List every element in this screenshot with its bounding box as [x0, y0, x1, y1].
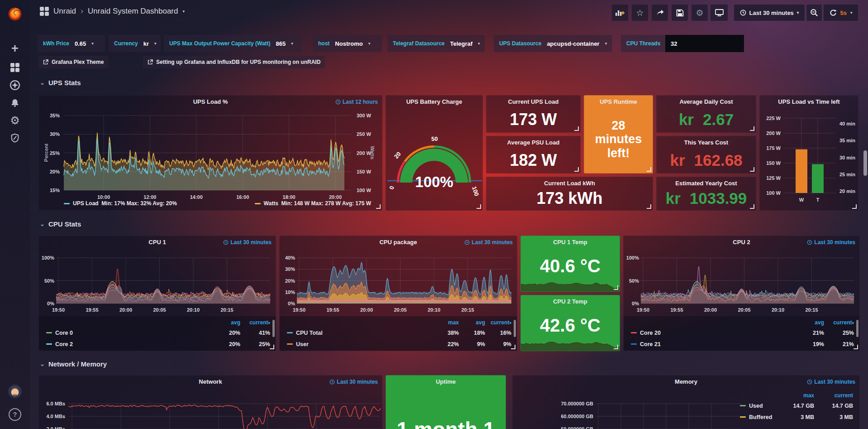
variable-ups-datasource[interactable]: UPS Datasource apcupsd-container ▾ — [494, 35, 612, 52]
page-scrollbar-thumb[interactable] — [863, 150, 867, 176]
panel-title[interactable]: UPS Runtime — [584, 98, 653, 105]
time-override-link[interactable]: Last 30 minutes — [807, 379, 855, 385]
create-icon[interactable]: + — [0, 40, 30, 57]
legend-col-sorted[interactable]: current▾ — [240, 319, 270, 326]
time-override-link[interactable]: Last 30 minutes — [329, 379, 378, 385]
legend-col-sorted[interactable]: current▾ — [485, 319, 511, 326]
panel-resize-handle[interactable] — [750, 126, 754, 131]
legend-table: maxcurrent Used14.7 GB14.7 GB Buffered3 … — [740, 391, 853, 423]
add-panel-button[interactable] — [612, 5, 628, 21]
svg-text:50.000000 GB: 50.000000 GB — [561, 426, 593, 429]
panel-resize-handle[interactable] — [270, 345, 274, 349]
legend-scrollbar[interactable] — [856, 320, 858, 337]
ups-load-chart[interactable]: 35%30%25%20%15%300 W250 W200 W150 W100 W… — [39, 96, 382, 211]
panel-title[interactable]: Current Load kWh — [486, 180, 653, 187]
legend-col[interactable]: max — [775, 392, 814, 399]
time-override-link[interactable]: Last 30 minutes — [464, 239, 513, 246]
apps-grid-icon[interactable] — [40, 7, 49, 16]
panel-title[interactable]: UPS Battery Charge — [386, 98, 482, 105]
legend-series-name[interactable]: Watts — [264, 200, 278, 207]
legend-series-name[interactable]: User — [296, 341, 433, 347]
svg-text:20: 20 — [393, 150, 402, 160]
cpu-threads-input[interactable] — [665, 35, 744, 52]
legend-series-name[interactable]: Core 0 — [55, 330, 210, 336]
variable-telegraf-datasource[interactable]: Telegraf Datasource Telegraf ▾ — [387, 35, 485, 52]
caret-down-icon: ▾ — [797, 10, 799, 15]
legend-series-name[interactable]: CPU Total — [296, 330, 433, 336]
alerting-icon[interactable] — [0, 94, 30, 111]
variable-ups-max-output[interactable]: UPS Max Output Power Capacity (Watt) 865… — [164, 35, 302, 52]
panel-title[interactable]: Uptime — [386, 378, 506, 385]
legend-col[interactable]: avg — [459, 319, 485, 326]
share-dashboard-button[interactable] — [652, 5, 668, 21]
panel-title[interactable]: UPS Load vs Time left — [760, 98, 858, 105]
dashboards-icon[interactable] — [0, 59, 30, 76]
panel-title[interactable]: This Years Cost — [657, 139, 756, 146]
dashboard-picker-caret-icon[interactable]: ▾ — [182, 9, 185, 14]
legend-row: Used14.7 GB14.7 GB — [740, 400, 853, 411]
panel-resize-handle[interactable] — [852, 204, 857, 209]
panel-title[interactable]: Current UPS Load — [486, 98, 580, 105]
variable-currency[interactable]: Currency kr ▾ — [109, 35, 161, 52]
panel-resize-handle[interactable] — [574, 167, 579, 172]
configuration-icon[interactable]: ⚙ — [0, 112, 30, 129]
cycle-view-mode-button[interactable] — [711, 5, 728, 21]
panel-title[interactable]: CPU 1 Temp — [521, 239, 620, 246]
save-dashboard-button[interactable] — [672, 5, 688, 21]
dashboard-link-ups-monitoring[interactable]: Setting up Grafana and InfluxDB for UPS … — [143, 56, 325, 68]
load-vs-time-bar-chart[interactable]: 225 W200 W175 W150 W125 W100 W40 min35 m… — [760, 96, 858, 211]
panel-resize-handle[interactable] — [614, 285, 618, 290]
legend-col[interactable]: avg — [210, 319, 240, 326]
legend-series-name[interactable]: Core 2 — [55, 341, 210, 347]
star-dashboard-button[interactable]: ☆ — [632, 5, 648, 21]
panel-title[interactable]: Estimated Yearly Cost — [657, 180, 756, 187]
panel-resize-handle[interactable] — [647, 167, 651, 172]
grafana-logo[interactable] — [0, 4, 30, 24]
panel-resize-handle[interactable] — [376, 204, 381, 209]
variable-kwh-price[interactable]: kWh Price 0.65 ▾ — [38, 35, 105, 52]
time-override-link[interactable]: Last 12 hours — [335, 99, 378, 105]
dashboard-link-plex-theme[interactable]: Grafana Plex Theme — [38, 56, 108, 68]
svg-text:19:55: 19:55 — [670, 307, 683, 313]
legend-series-name[interactable]: Used — [749, 403, 775, 409]
panel-title[interactable]: UPS Load % — [39, 98, 382, 105]
help-icon[interactable]: ? — [0, 406, 30, 423]
user-avatar[interactable] — [0, 383, 30, 400]
legend-series-name[interactable]: Core 20 — [640, 330, 794, 336]
panel-resize-handle[interactable] — [647, 204, 651, 209]
panel-title[interactable]: CPU 2 Temp — [521, 298, 620, 305]
breadcrumb-section[interactable]: Unraid — [53, 7, 76, 16]
zoom-out-time-button[interactable] — [806, 5, 822, 21]
panel-title[interactable]: Average PSU Load — [486, 139, 580, 146]
panel-resize-handle[interactable] — [614, 345, 618, 349]
legend-series-name[interactable]: Buffered — [749, 414, 775, 420]
panel-resize-handle[interactable] — [750, 204, 754, 209]
legend-col[interactable]: current — [814, 392, 853, 399]
dashboard-settings-button[interactable]: ⚙ — [692, 5, 708, 21]
time-override-link[interactable]: Last 30 minutes — [223, 239, 272, 246]
refresh-picker[interactable]: 5s ▾ — [824, 5, 858, 21]
legend-col[interactable]: max — [433, 319, 459, 326]
panel-title[interactable]: Average Daily Cost — [657, 98, 756, 105]
panel-resize-handle[interactable] — [511, 345, 515, 349]
panel-resize-handle[interactable] — [477, 204, 481, 209]
legend-col-sorted[interactable]: current▾ — [824, 319, 854, 326]
panel-resize-handle[interactable] — [750, 167, 754, 172]
section-header-cpu-stats[interactable]: ⌄ CPU Stats — [40, 220, 81, 228]
breadcrumb-dashboard-title[interactable]: Unraid System Dashboard — [88, 7, 178, 16]
legend-scrollbar[interactable] — [272, 320, 275, 337]
variable-host[interactable]: host Nostromo ▾ — [313, 35, 382, 52]
svg-text:60.000000 GB: 60.000000 GB — [561, 414, 593, 419]
legend-col[interactable]: avg — [794, 319, 824, 326]
time-override-link[interactable]: Last 30 minutes — [807, 239, 855, 246]
section-header-ups-stats[interactable]: ⌄ UPS Stats — [40, 79, 81, 87]
explore-icon[interactable] — [0, 77, 30, 94]
panel-resize-handle[interactable] — [574, 126, 579, 131]
legend-series-name[interactable]: UPS Load — [73, 200, 99, 207]
legend-scrollbar[interactable] — [514, 320, 516, 337]
panel-resize-handle[interactable] — [854, 345, 858, 349]
time-range-picker[interactable]: Last 30 minutes ▾ — [734, 5, 805, 21]
server-admin-icon[interactable] — [0, 130, 30, 147]
legend-series-name[interactable]: Core 21 — [640, 341, 794, 347]
section-header-network-memory[interactable]: ⌄ Network / Memory — [40, 360, 107, 368]
